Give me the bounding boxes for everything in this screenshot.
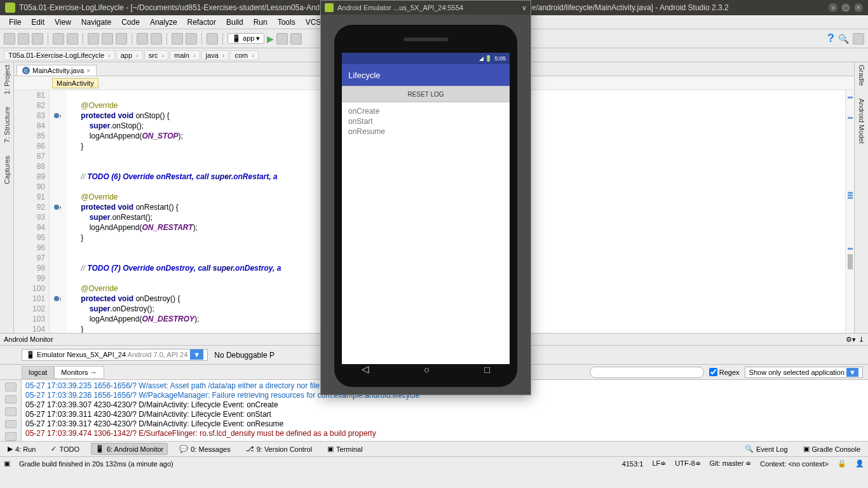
filter-selector[interactable]: Show only selected application ▼ (745, 367, 863, 378)
regex-checkbox[interactable]: Regex (709, 368, 740, 376)
left-tool[interactable]: 1: Project (3, 65, 11, 94)
reset-log-button[interactable]: RESET LOG (342, 86, 510, 102)
logcat-search-input[interactable] (590, 367, 704, 378)
right-tool-strip: GradleAndroid Model (854, 62, 868, 333)
clear-log-icon[interactable] (5, 383, 17, 391)
tab-filename: MainActivity.java (32, 67, 84, 74)
todo-tool[interactable]: ✓ TODO (47, 444, 83, 454)
scroll-end-icon[interactable] (5, 395, 17, 404)
cut-icon[interactable] (88, 33, 99, 44)
git-branch[interactable]: Git: master ≑ (710, 459, 752, 468)
help-icon[interactable]: ? (827, 32, 834, 45)
editor-tab[interactable]: C MainActivity.java × (17, 65, 97, 76)
close-tab-icon[interactable]: × (86, 67, 90, 74)
java-class-icon: C (22, 67, 30, 74)
menu-edit[interactable]: Edit (26, 17, 50, 28)
file-encoding[interactable]: UTF-8≑ (675, 459, 700, 468)
emulator-dropdown-icon[interactable]: ∨ (522, 4, 527, 12)
left-tool[interactable]: Captures (3, 156, 11, 184)
right-tool[interactable]: Android Model (858, 98, 865, 144)
emulator-title: Android Emulator ...us_5X_API_24:5554 (337, 4, 463, 11)
avatar-icon[interactable] (853, 33, 864, 44)
breadcrumb-item[interactable]: app (116, 50, 143, 60)
status-message: Gradle build finished in 20s 132ms (a mi… (19, 460, 173, 468)
run-config-selector[interactable]: 📱 app ▾ (227, 33, 264, 44)
class-breadcrumb[interactable]: MainActivity (52, 78, 98, 88)
paste-icon[interactable] (116, 33, 127, 44)
close-button[interactable]: ✕ (854, 3, 863, 12)
right-tool[interactable]: Gradle (858, 65, 865, 86)
context-selector[interactable]: Context: <no context> (760, 460, 829, 468)
menu-code[interactable]: Code (116, 17, 145, 28)
debug-icon[interactable] (276, 33, 288, 44)
app-bar: Lifecycle (342, 64, 510, 86)
minimize-button[interactable]: ∨ (829, 3, 837, 12)
forward-icon[interactable] (186, 33, 197, 44)
print-icon[interactable] (5, 420, 17, 429)
toggle-tool-windows-icon[interactable]: ▣ (4, 459, 10, 468)
soft-wrap-icon[interactable] (5, 407, 17, 416)
android-icon (325, 3, 334, 12)
recents-nav-icon[interactable]: □ (484, 364, 490, 375)
replace-icon[interactable] (151, 33, 162, 44)
maximize-button[interactable]: ◯ (841, 3, 850, 12)
cursor-position: 4153:1 (622, 460, 644, 468)
profile-icon[interactable] (290, 33, 302, 44)
left-tool-strip: 1: Project7: StructureCaptures (0, 62, 14, 333)
phone-frame: ◢ 🔋 5:05 Lifecycle RESET LOG onCreateonS… (334, 25, 517, 387)
breadcrumb-item[interactable]: com (230, 50, 258, 60)
copy-icon[interactable] (102, 33, 113, 44)
menu-build[interactable]: Build (221, 17, 248, 28)
pin-icon[interactable]: ⤓ (858, 336, 864, 344)
make-icon[interactable] (207, 33, 218, 44)
run-button[interactable]: ▶ (267, 34, 274, 44)
left-tool[interactable]: 7: Structure (3, 107, 11, 143)
back-nav-icon[interactable]: ◁ (362, 363, 369, 375)
logcat-toolbar (0, 380, 22, 441)
override-marks: ↑↑↑ (50, 90, 66, 333)
run-tool[interactable]: ▶ 4: Run (4, 444, 39, 454)
android-monitor-tool[interactable]: 📱 6: Android Monitor (91, 443, 168, 455)
restart-icon[interactable] (5, 432, 17, 441)
hector-icon[interactable]: 👤 (855, 459, 864, 468)
terminal-tool[interactable]: ▣ Terminal (323, 444, 367, 454)
line-gutter: 8182838485868788899091929394959697989910… (14, 90, 50, 333)
emulator-window[interactable]: Android Emulator ...us_5X_API_24:5554 ∨ … (320, 0, 531, 395)
gradle-console-tool[interactable]: ▣ Gradle Console (799, 444, 864, 454)
monitors-tab[interactable]: Monitors → (54, 366, 104, 379)
android-status-bar: ◢ 🔋 5:05 (342, 53, 510, 64)
line-ending[interactable]: LF≑ (653, 459, 667, 468)
event-log-tool[interactable]: 🔍 Event Log (741, 444, 792, 454)
search-icon[interactable]: 🔍 (838, 34, 849, 44)
find-icon[interactable] (137, 33, 148, 44)
menu-refactor[interactable]: Refactor (182, 17, 221, 28)
menu-tools[interactable]: Tools (273, 17, 301, 28)
lifecycle-log: onCreateonStartonResume (342, 102, 510, 364)
version-control-tool[interactable]: ⎇ 9: Version Control (242, 444, 316, 454)
menu-file[interactable]: File (4, 17, 26, 28)
messages-tool[interactable]: 💬 0: Messages (175, 444, 234, 454)
logcat-tab[interactable]: logcat (22, 366, 54, 379)
menu-analyze[interactable]: Analyze (145, 17, 182, 28)
sync-icon[interactable] (32, 33, 43, 44)
open-icon[interactable] (4, 33, 15, 44)
device-selector[interactable]: 📱 Emulator Nexus_5X_API_24 Android 7.0, … (22, 349, 208, 361)
breadcrumb-item[interactable]: main (170, 50, 200, 60)
settings-icon[interactable]: ⚙▾ (846, 336, 856, 344)
android-monitor-title: Android Monitor (4, 336, 53, 343)
error-stripe[interactable] (845, 90, 854, 333)
menu-view[interactable]: View (50, 17, 76, 28)
save-icon[interactable] (18, 33, 29, 44)
undo-icon[interactable] (53, 33, 64, 44)
home-nav-icon[interactable]: ○ (424, 364, 430, 375)
process-selector[interactable]: No Debuggable P (214, 351, 275, 360)
breadcrumb-item[interactable]: T05a.01-Exercise-LogLifecycle (4, 50, 115, 60)
lock-icon[interactable]: 🔒 (837, 459, 846, 468)
breadcrumb-item[interactable]: src (144, 50, 168, 60)
back-icon[interactable] (172, 33, 183, 44)
android-studio-icon (5, 3, 15, 13)
redo-icon[interactable] (67, 33, 78, 44)
menu-run[interactable]: Run (248, 17, 273, 28)
breadcrumb-item[interactable]: java (201, 50, 229, 60)
menu-navigate[interactable]: Navigate (76, 17, 116, 28)
